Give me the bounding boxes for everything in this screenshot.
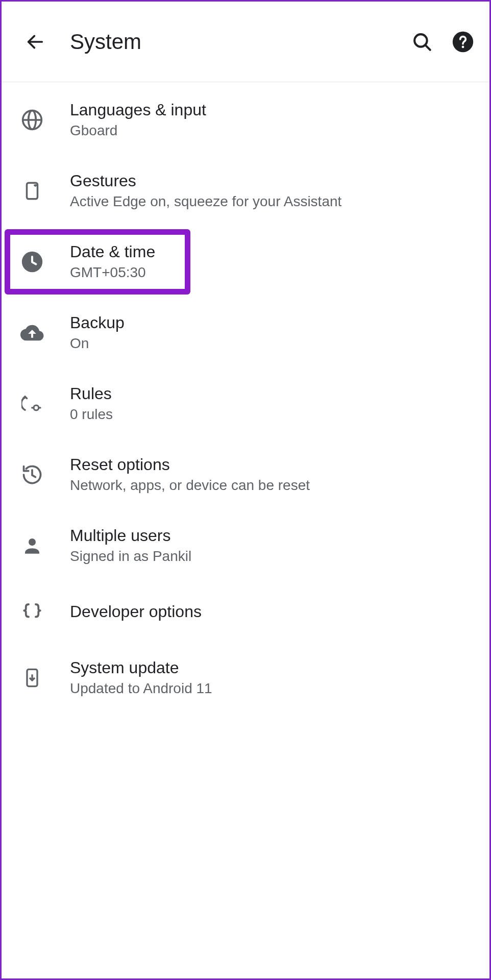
item-title: System update [70, 658, 212, 677]
list-item-languages[interactable]: Languages & input Gboard [2, 84, 489, 155]
item-title: Languages & input [70, 101, 206, 119]
rules-icon [20, 391, 44, 416]
item-subtitle: On [70, 335, 125, 352]
item-subtitle: Updated to Android 11 [70, 680, 212, 697]
list-item-date-time[interactable]: Date & time GMT+05:30 [2, 226, 489, 297]
settings-list: Languages & input Gboard Gestures Active… [2, 82, 489, 713]
gestures-icon [20, 179, 44, 203]
list-item-rules[interactable]: Rules 0 rules [2, 368, 489, 439]
list-item-gestures[interactable]: Gestures Active Edge on, squeeze for you… [2, 155, 489, 226]
app-bar: System [2, 2, 489, 82]
system-update-icon [20, 666, 44, 690]
list-item-system-update[interactable]: System update Updated to Android 11 [2, 642, 489, 713]
item-title: Rules [70, 384, 113, 403]
arrow-back-icon [25, 32, 45, 52]
back-button[interactable] [21, 28, 50, 56]
page-title: System [70, 30, 410, 54]
item-subtitle: 0 rules [70, 406, 113, 423]
item-subtitle: Active Edge on, squeeze for your Assista… [70, 193, 341, 210]
search-icon [411, 31, 433, 53]
help-icon [452, 31, 474, 53]
list-item-backup[interactable]: Backup On [2, 297, 489, 368]
cloud-upload-icon [20, 321, 44, 345]
list-item-multiple-users[interactable]: Multiple users Signed in as Pankil [2, 510, 489, 581]
help-button[interactable] [451, 30, 475, 54]
svg-line-2 [425, 45, 430, 50]
braces-icon [20, 599, 44, 624]
list-item-reset[interactable]: Reset options Network, apps, or device c… [2, 439, 489, 510]
svg-point-13 [29, 538, 36, 546]
clock-icon [20, 250, 44, 274]
item-subtitle: GMT+05:30 [70, 264, 155, 281]
restore-icon [20, 462, 44, 487]
person-icon [20, 533, 44, 558]
item-title: Multiple users [70, 526, 191, 545]
item-subtitle: Gboard [70, 122, 206, 139]
header-actions [410, 30, 475, 54]
item-subtitle: Signed in as Pankil [70, 548, 191, 565]
item-title: Date & time [70, 242, 155, 261]
item-title: Gestures [70, 172, 341, 190]
globe-icon [20, 108, 44, 132]
search-button[interactable] [410, 30, 434, 54]
item-title: Developer options [70, 602, 202, 621]
item-title: Reset options [70, 455, 310, 474]
item-subtitle: Network, apps, or device can be reset [70, 477, 310, 494]
item-title: Backup [70, 313, 125, 332]
svg-point-4 [462, 45, 464, 48]
list-item-developer-options[interactable]: Developer options [2, 581, 489, 642]
